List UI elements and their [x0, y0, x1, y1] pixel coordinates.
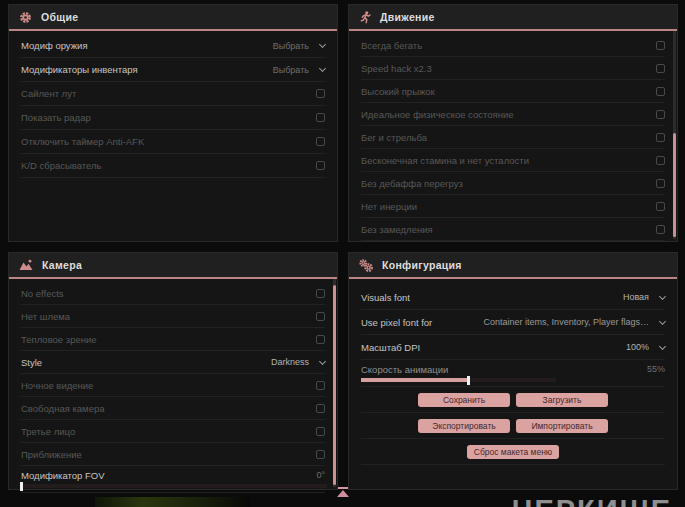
- row-no-overload-debuff: Без дебаффа перегруз: [361, 172, 665, 195]
- row-inventory-mods: Модификаторы инвентаря Выбрать: [21, 58, 325, 82]
- infinite-stamina-checkbox[interactable]: [656, 156, 665, 165]
- always-run-checkbox[interactable]: [656, 41, 665, 50]
- panel-title: Конфигурация: [382, 259, 462, 271]
- import-button[interactable]: Импортировать: [516, 419, 608, 433]
- chevron-down-icon: [319, 41, 326, 48]
- row-label: Use pixel font for: [361, 317, 432, 328]
- gear-flower-icon: [19, 11, 32, 24]
- dropdown-value: Container items, Inventory, Player flags…: [484, 317, 649, 327]
- row-pixel-font: Use pixel font for Container items, Inve…: [361, 310, 665, 335]
- panel-camera-header[interactable]: Камера: [9, 253, 337, 279]
- thermal-vision-checkbox[interactable]: [316, 335, 325, 344]
- kd-reset-checkbox[interactable]: [316, 161, 325, 170]
- movement-scrollbar-thumb[interactable]: [673, 133, 676, 237]
- cursor-icon: [336, 487, 350, 497]
- panel-general-header[interactable]: Общие: [9, 5, 337, 31]
- row-infinite-stamina: Бесконечная стамина и нет усталости: [361, 149, 665, 172]
- fov-slider[interactable]: [21, 484, 327, 488]
- row-fov-modifier: Модификатор FOV 0°: [21, 466, 325, 493]
- row-always-run: Всегда бегать: [361, 34, 665, 57]
- perfect-condition-checkbox[interactable]: [656, 110, 665, 119]
- load-button[interactable]: Загрузить: [516, 393, 608, 407]
- slider-fill: [361, 378, 468, 382]
- free-camera-checkbox[interactable]: [316, 404, 325, 413]
- panel-movement: Движение Всегда бегать Speed hack x2.3 В…: [348, 4, 678, 242]
- silent-loot-checkbox[interactable]: [316, 89, 325, 98]
- panel-general: Общие Модиф оружия Выбрать Модификаторы …: [8, 4, 338, 242]
- row-label: Модификаторы инвентаря: [21, 64, 138, 75]
- no-helmet-checkbox[interactable]: [316, 312, 325, 321]
- row-anti-afk: Отключить таймер Anti-AFK: [21, 130, 325, 154]
- row-label: Нет инерции: [361, 201, 417, 212]
- chevron-down-icon: [319, 65, 326, 72]
- anti-afk-checkbox[interactable]: [316, 137, 325, 146]
- panel-movement-header[interactable]: Движение: [349, 5, 677, 31]
- row-label: Скорость анимации: [361, 364, 448, 375]
- no-effects-checkbox[interactable]: [316, 289, 325, 298]
- zoom-checkbox[interactable]: [316, 450, 325, 459]
- row-free-camera: Свободная камера: [21, 397, 325, 420]
- cursor-triangle: [337, 490, 349, 497]
- style-dropdown[interactable]: Darkness: [271, 357, 325, 367]
- dropdown-value: Выбрать: [273, 41, 309, 51]
- no-slowdown-checkbox[interactable]: [656, 225, 665, 234]
- watermark-text: ЧЕРКИШЕ: [512, 494, 672, 507]
- button-row-export-import: Экспортировать Импортировать: [361, 413, 665, 439]
- dpi-scale-dropdown[interactable]: 100%: [626, 342, 665, 352]
- row-label: Масштаб DPI: [361, 342, 420, 353]
- slider-handle[interactable]: [20, 482, 23, 491]
- button-row-save-load: Сохранить Загрузить: [361, 387, 665, 413]
- panel-config: Конфигурация Visuals font Новая Use pixe…: [348, 252, 678, 490]
- reset-menu-layout-button[interactable]: Сброс макета меню: [467, 445, 559, 459]
- pixel-font-dropdown[interactable]: Container items, Inventory, Player flags…: [484, 317, 665, 327]
- background-game-strip: [95, 497, 250, 507]
- weapon-mod-dropdown[interactable]: Выбрать: [273, 41, 325, 51]
- inventory-mods-dropdown[interactable]: Выбрать: [273, 65, 325, 75]
- dropdown-value: Выбрать: [273, 65, 309, 75]
- night-vision-checkbox[interactable]: [316, 381, 325, 390]
- speed-hack-checkbox[interactable]: [656, 64, 665, 73]
- row-zoom: Приближение: [21, 443, 325, 466]
- save-button[interactable]: Сохранить: [418, 393, 510, 407]
- export-button[interactable]: Экспортировать: [418, 419, 510, 433]
- no-overload-debuff-checkbox[interactable]: [656, 179, 665, 188]
- high-jump-checkbox[interactable]: [656, 87, 665, 96]
- row-run-and-shoot: Бег и стрельба: [361, 126, 665, 149]
- animation-speed-value: 55%: [647, 364, 665, 374]
- row-visuals-font: Visuals font Новая: [361, 285, 665, 310]
- row-no-helmet: Нет шлема: [21, 305, 325, 328]
- animation-speed-slider[interactable]: [361, 378, 556, 382]
- dropdown-value: Новая: [623, 292, 649, 302]
- row-high-jump: Высокий прыжок: [361, 80, 665, 103]
- fov-value: 0°: [316, 470, 325, 480]
- row-dpi-scale: Масштаб DPI 100%: [361, 335, 665, 360]
- runner-icon: [359, 11, 371, 24]
- no-inertia-checkbox[interactable]: [656, 202, 665, 211]
- row-label: Отключить таймер Anti-AFK: [21, 136, 144, 147]
- row-night-vision: Ночное видение: [21, 374, 325, 397]
- row-label: Приближение: [21, 449, 82, 460]
- camera-scrollbar-thumb[interactable]: [333, 285, 336, 485]
- row-show-radar: Показать радар: [21, 106, 325, 130]
- row-no-slowdown: Без замедления: [361, 218, 665, 241]
- show-radar-checkbox[interactable]: [316, 113, 325, 122]
- panel-title: Общие: [41, 11, 78, 23]
- row-silent-loot: Сайлент лут: [21, 82, 325, 106]
- row-label: Третье лицо: [21, 426, 75, 437]
- slider-handle[interactable]: [467, 376, 470, 385]
- third-person-checkbox[interactable]: [316, 427, 325, 436]
- row-no-effects: No effects: [21, 282, 325, 305]
- panel-config-header[interactable]: Конфигурация: [349, 253, 677, 279]
- row-label: Ночное видение: [21, 380, 93, 391]
- row-label: Модиф оружия: [21, 40, 88, 51]
- row-label: Бесконечная стамина и нет усталости: [361, 155, 529, 166]
- visuals-font-dropdown[interactable]: Новая: [623, 292, 665, 302]
- run-and-shoot-checkbox[interactable]: [656, 133, 665, 142]
- row-label: K/D сбрасыватель: [21, 160, 102, 171]
- row-label: Свободная камера: [21, 403, 105, 414]
- row-label: Высокий прыжок: [361, 86, 435, 97]
- row-speed-hack: Speed hack x2.3: [361, 57, 665, 80]
- row-label: Показать радар: [21, 112, 91, 123]
- row-label: Без замедления: [361, 224, 433, 235]
- row-label: Идеальное физическое состояние: [361, 109, 514, 120]
